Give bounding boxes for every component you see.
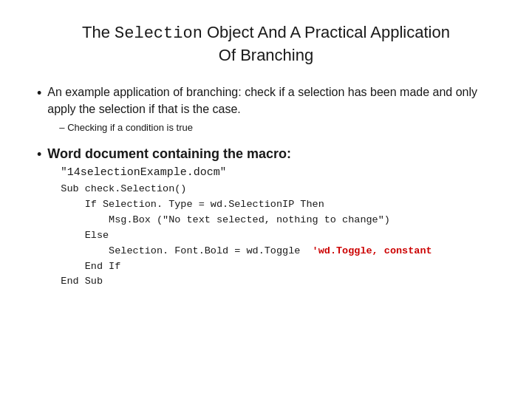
list-item: • Word document containing the macro: "1… — [37, 145, 495, 290]
code-line: Selection. Font.Bold = wd.Toggle 'wd.Tog… — [61, 244, 495, 259]
code-line: Sub check.Selection() — [61, 182, 495, 197]
file-name: "14selectionExample.docm" — [61, 166, 495, 179]
title-line2: Of Branching — [37, 45, 495, 66]
code-section: "14selectionExample.docm" Sub check.Sele… — [61, 166, 495, 290]
slide-container: The Selection Object And A Practical App… — [0, 0, 532, 399]
code-line: Msg.Box ("No text selected, nothing to c… — [61, 213, 495, 228]
title-section: The Selection Object And A Practical App… — [37, 22, 495, 66]
bullet-dot-2: • — [37, 146, 41, 164]
bullet-section: • An example application of branching: c… — [37, 83, 495, 290]
code-block: Sub check.Selection() If Selection. Type… — [61, 182, 495, 290]
list-item: • An example application of branching: c… — [37, 83, 495, 134]
code-line: End Sub — [61, 274, 495, 290]
bullet-dot-1: • — [37, 84, 41, 103]
code-line: If Selection. Type = wd.SelectionIP Then — [61, 197, 495, 213]
code-line: Else — [61, 228, 495, 244]
title-line1: The Selection Object And A Practical App… — [37, 22, 495, 45]
code-line: End If — [61, 259, 495, 275]
bullet-text-2: Word document containing the macro: — [47, 146, 291, 161]
title-monospace: Selection — [115, 24, 202, 43]
bullet-text-1: An example application of branching: che… — [47, 86, 477, 115]
sub-bullet-1: – Checking if a condition is true — [59, 121, 495, 134]
code-highlight: 'wd.Toggle, constant — [313, 245, 432, 256]
